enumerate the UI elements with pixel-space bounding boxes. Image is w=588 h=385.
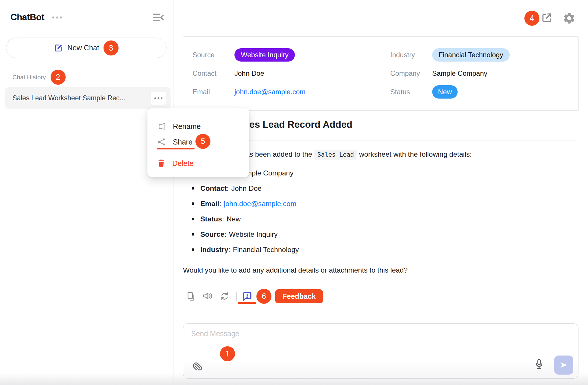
regenerate-icon[interactable] bbox=[220, 291, 230, 301]
sidebar: ChatBot New Chat 3 Chat History 2 Sales … bbox=[0, 0, 173, 385]
callout-5: 5 bbox=[195, 134, 210, 149]
email-link[interactable]: john.doe@sample.com bbox=[234, 88, 306, 96]
callout-3: 3 bbox=[103, 40, 119, 55]
copy-icon[interactable] bbox=[187, 292, 196, 301]
bullet-value: New bbox=[227, 215, 241, 223]
share-label: Share bbox=[173, 138, 193, 146]
field-contact: Contact John Doe bbox=[183, 64, 381, 83]
bullet-separator: : bbox=[224, 230, 226, 238]
menu-item-rename[interactable]: Rename bbox=[157, 118, 241, 135]
source-badge: Website Inquiry bbox=[234, 48, 295, 62]
bullet-email-link[interactable]: john.doe@sample.com bbox=[224, 200, 296, 208]
action-divider bbox=[236, 292, 237, 301]
field-label: Company bbox=[390, 69, 432, 77]
bullet-value: John Doe bbox=[231, 184, 262, 192]
bullet-separator: : bbox=[227, 184, 229, 192]
callout-1: 1 bbox=[220, 346, 235, 361]
worksheet-code-chip: Sales Lead bbox=[314, 150, 357, 160]
feedback-comment-icon[interactable] bbox=[242, 291, 253, 302]
record-card-right-column: Industry Financial Technology Company Sa… bbox=[381, 46, 578, 110]
field-status: Status New bbox=[381, 83, 578, 101]
message-composer: 1 bbox=[183, 323, 578, 379]
record-card-left-column: Source Website Inquiry Contact John Doe … bbox=[183, 46, 381, 110]
chat-item-more-icon[interactable] bbox=[151, 92, 166, 105]
field-label: Contact bbox=[193, 69, 234, 77]
open-in-new-window-icon[interactable] bbox=[540, 12, 553, 24]
collapse-sidebar-icon[interactable] bbox=[153, 13, 164, 22]
bullet-label: Email bbox=[200, 200, 219, 208]
field-label: Email bbox=[193, 88, 234, 96]
list-item: Contact: John Doe bbox=[183, 181, 299, 196]
send-icon bbox=[559, 360, 569, 370]
bullet-label: Status bbox=[200, 215, 222, 223]
menu-item-delete[interactable]: Delete bbox=[157, 155, 241, 172]
lead-record-card: Source Website Inquiry Contact John Doe … bbox=[183, 36, 579, 111]
intro-text: been added to the bbox=[255, 150, 312, 158]
chat-history-item[interactable]: Sales Lead Worksheet Sample Rec... bbox=[5, 87, 171, 109]
bullet-value: Financial Technology bbox=[233, 246, 299, 254]
chat-history-header: Chat History 2 bbox=[12, 70, 66, 85]
bullet-separator: : bbox=[228, 246, 230, 254]
feedback-annotation-underline bbox=[238, 302, 256, 304]
list-item: Source: Website Inquiry bbox=[183, 227, 299, 242]
rename-label: Rename bbox=[173, 122, 201, 131]
list-item: Industry: Financial Technology bbox=[183, 242, 299, 257]
new-chat-button[interactable]: New Chat 3 bbox=[6, 38, 167, 58]
field-email: Email john.doe@sample.com bbox=[183, 83, 381, 101]
microphone-icon[interactable] bbox=[534, 358, 544, 371]
delete-label: Delete bbox=[172, 159, 194, 168]
share-annotation-underline bbox=[157, 148, 195, 149]
callout-2: 2 bbox=[51, 70, 66, 85]
field-industry: Industry Financial Technology bbox=[381, 46, 578, 64]
app-title: ChatBot bbox=[10, 12, 44, 23]
bullet-separator: : bbox=[219, 200, 221, 208]
rename-icon bbox=[157, 122, 166, 131]
bullet-label: Industry bbox=[200, 246, 228, 254]
sidebar-more-icon[interactable] bbox=[52, 16, 62, 18]
callout-4: 4 bbox=[524, 11, 539, 26]
settings-gear-icon[interactable] bbox=[563, 12, 576, 25]
bullet-separator: : bbox=[222, 215, 224, 223]
field-company: Company Sample Company bbox=[381, 64, 578, 83]
chat-history-heading: Chat History bbox=[12, 74, 46, 81]
bullet-label: Source bbox=[200, 230, 224, 238]
list-item: Status: New bbox=[183, 211, 299, 227]
field-label: Source bbox=[193, 51, 234, 59]
new-chat-icon bbox=[54, 43, 63, 52]
bullet-label: Contact bbox=[200, 184, 227, 192]
contact-value: John Doe bbox=[234, 69, 264, 77]
chat-item-title: Sales Lead Worksheet Sample Rec... bbox=[12, 94, 125, 102]
trash-icon bbox=[157, 159, 165, 168]
field-label: Status bbox=[390, 88, 432, 96]
read-aloud-icon[interactable] bbox=[202, 291, 213, 301]
share-icon bbox=[157, 138, 166, 146]
new-chat-label: New Chat bbox=[67, 44, 99, 52]
lead-details-list: Company: Sample Company Contact: John Do… bbox=[183, 165, 299, 257]
callout-6: 6 bbox=[256, 289, 271, 304]
bullet-value: Website Inquiry bbox=[229, 230, 278, 238]
intro-text-end: worksheet with the following details: bbox=[359, 150, 471, 158]
chat-item-context-menu: Rename Share 5 Delete bbox=[147, 108, 249, 177]
industry-badge: Financial Technology bbox=[432, 48, 510, 62]
list-item: Email: john.doe@sample.com bbox=[183, 196, 299, 211]
field-label: Industry bbox=[390, 51, 432, 59]
feedback-button[interactable]: Feedback bbox=[275, 289, 323, 303]
attach-paperclip-icon[interactable] bbox=[192, 361, 203, 371]
message-question: Would you like to add any additional det… bbox=[183, 266, 408, 274]
status-badge: New bbox=[432, 85, 458, 99]
company-value: Sample Company bbox=[432, 69, 487, 77]
send-message-input[interactable] bbox=[191, 330, 532, 358]
sidebar-header: ChatBot bbox=[10, 11, 164, 24]
send-button[interactable] bbox=[554, 356, 573, 375]
field-source: Source Website Inquiry bbox=[183, 46, 381, 64]
